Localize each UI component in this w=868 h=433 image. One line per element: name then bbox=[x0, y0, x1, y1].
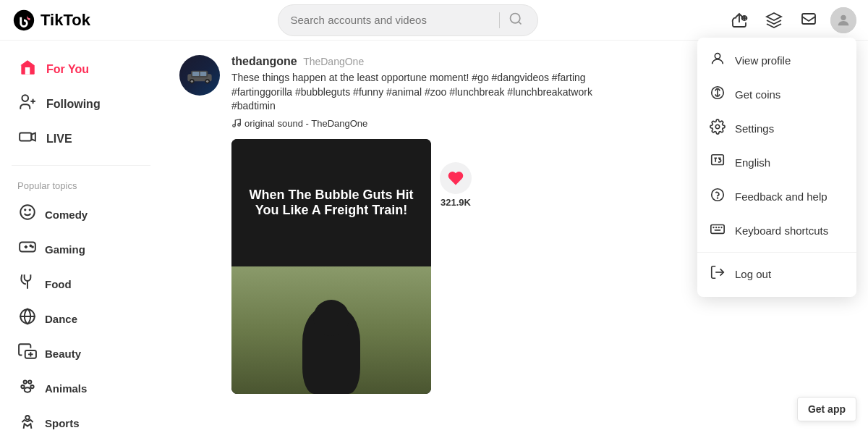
help-icon bbox=[709, 187, 726, 206]
dropdown-label-get-coins: Get coins bbox=[735, 88, 780, 101]
svg-rect-50 bbox=[711, 225, 724, 234]
dropdown-item-english[interactable]: English bbox=[697, 146, 856, 180]
dropdown-label-settings: Settings bbox=[735, 122, 774, 135]
dropdown-divider bbox=[697, 252, 856, 253]
dropdown-item-logout[interactable]: Log out bbox=[697, 257, 856, 291]
dropdown-item-get-coins[interactable]: Get coins bbox=[697, 77, 856, 112]
dropdown-item-keyboard[interactable]: Keyboard shortcuts bbox=[697, 214, 856, 248]
svg-point-49 bbox=[718, 198, 718, 198]
settings-icon bbox=[709, 119, 726, 138]
dropdown-label-view-profile: View profile bbox=[735, 54, 791, 67]
dropdown-item-settings[interactable]: Settings bbox=[697, 112, 856, 146]
keyboard-icon bbox=[709, 221, 726, 240]
language-icon bbox=[709, 153, 726, 172]
svg-point-46 bbox=[715, 125, 720, 129]
dropdown-menu: View profile Get coins Settings bbox=[697, 38, 856, 297]
svg-rect-47 bbox=[712, 155, 724, 165]
dropdown-label-feedback: Feedback and help bbox=[735, 190, 827, 203]
dropdown-item-view-profile[interactable]: View profile bbox=[697, 43, 856, 77]
dropdown-item-feedback[interactable]: Feedback and help bbox=[697, 180, 856, 214]
profile-icon bbox=[709, 51, 726, 70]
coins-icon bbox=[709, 85, 726, 104]
dropdown-label-keyboard: Keyboard shortcuts bbox=[735, 224, 828, 237]
logout-icon bbox=[709, 264, 726, 284]
logout-label: Log out bbox=[735, 268, 771, 280]
dropdown-label-english: English bbox=[735, 156, 770, 169]
svg-point-44 bbox=[715, 54, 720, 59]
